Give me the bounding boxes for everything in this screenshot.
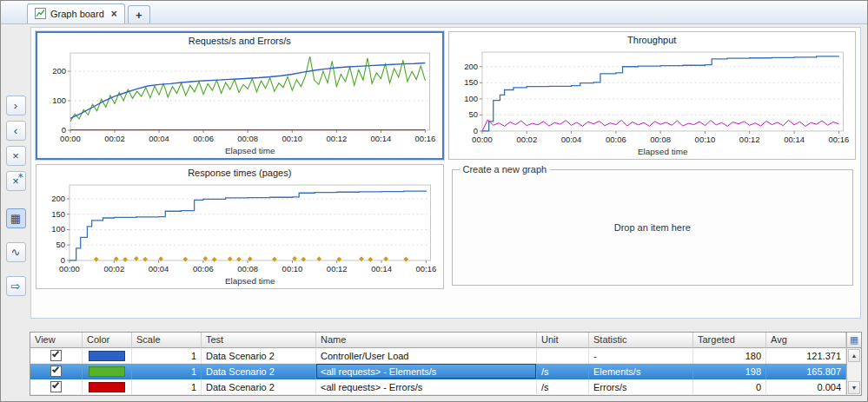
svg-text:00:12: 00:12 <box>739 135 759 144</box>
curve-color-swatch <box>89 366 125 377</box>
chart-title: Requests/s and Errors/s <box>39 35 441 48</box>
name-cell: <all requests> - Errors/s <box>316 379 537 395</box>
unit-cell <box>537 348 589 364</box>
color-swatch-cell <box>83 348 132 364</box>
chart-title: Response times (pages) <box>38 167 441 180</box>
column-header-color[interactable]: Color <box>83 333 132 348</box>
svg-text:200: 200 <box>464 62 478 71</box>
svg-text:00:06: 00:06 <box>606 135 626 144</box>
color-swatch-cell <box>83 379 132 395</box>
svg-text:00:14: 00:14 <box>784 135 805 144</box>
svg-text:00:02: 00:02 <box>516 135 537 144</box>
column-header-targeted[interactable]: Targeted <box>693 333 766 348</box>
tile-graphs-layout-button[interactable]: ▦ <box>6 208 26 228</box>
tab-bar: Graph board × + <box>1 1 867 24</box>
chart-panel-response-times[interactable]: Response times (pages) 05010015020000:00… <box>36 164 444 289</box>
scrollbar-track <box>847 363 861 380</box>
column-header-name[interactable]: Name <box>316 333 537 348</box>
tile-graphs-layout-icon: ▦ <box>10 213 21 224</box>
scale-cell: 1 <box>132 364 202 379</box>
table-row-2[interactable]: 1 Data Scenario 2 <all requests> - Eleme… <box>30 364 846 379</box>
svg-text:00:02: 00:02 <box>104 134 125 143</box>
new-tab-button[interactable]: + <box>128 5 150 23</box>
view-checkbox[interactable] <box>30 364 83 379</box>
scale-cell: 1 <box>132 348 202 364</box>
add-curve-icon: ∿ <box>11 247 21 258</box>
curve-color-swatch <box>89 351 125 361</box>
column-chooser-icon[interactable]: ▦ <box>847 333 861 348</box>
table-row-1[interactable]: 1 Data Scenario 2 Controller/User Load -… <box>30 348 846 364</box>
svg-text:00:02: 00:02 <box>103 264 124 273</box>
svg-text:150: 150 <box>51 209 65 219</box>
add-curve-button[interactable]: ∿ <box>6 242 26 262</box>
legend-table: ViewColorScaleTestNameUnitStatisticTarge… <box>30 332 862 396</box>
svg-text:00:04: 00:04 <box>149 264 169 273</box>
close-all-graphs-badge-icon: ∗ <box>17 171 24 180</box>
unit-cell: /s <box>537 379 589 395</box>
checkbox-icon <box>50 350 62 361</box>
checkbox-icon <box>50 366 62 377</box>
close-graph-button[interactable]: × <box>6 146 26 166</box>
svg-text:100: 100 <box>51 225 65 234</box>
svg-text:50: 50 <box>468 109 478 119</box>
graph-board-area: Requests/s and Errors/s 010020000:0000:0… <box>30 27 861 319</box>
column-header-avg[interactable]: Avg <box>766 333 846 348</box>
scroll-down-button[interactable]: ▼ <box>848 381 860 394</box>
chart-panel-throughput[interactable]: Throughput 05010015020000:0000:0200:0400… <box>448 31 857 160</box>
close-all-graphs-button[interactable]: ×∗ <box>6 171 26 191</box>
dropzone-title: Create a new graph <box>460 164 551 175</box>
statistic-cell: Elements/s <box>589 364 693 379</box>
svg-text:00:10: 00:10 <box>282 134 302 143</box>
column-header-statistic[interactable]: Statistic <box>589 333 693 348</box>
test-cell: Data Scenario 2 <box>202 364 316 379</box>
show-next-graph-button[interactable]: › <box>6 96 26 115</box>
chart-canvas-throughput: 05010015020000:0000:0200:0400:0600:0800:… <box>451 47 854 157</box>
table-row-3[interactable]: 1 Data Scenario 2 <all requests> - Error… <box>30 379 846 395</box>
left-toolbar: ›‹××∗▦∿⇨ <box>1 24 30 330</box>
legend-table-header: ViewColorScaleTestNameUnitStatisticTarge… <box>30 333 846 348</box>
svg-text:00:08: 00:08 <box>237 134 258 143</box>
column-header-unit[interactable]: Unit <box>537 333 589 348</box>
main-area: ›‹××∗▦∿⇨ Requests/s and Errors/s 0100200… <box>1 24 867 330</box>
view-checkbox[interactable] <box>30 348 83 364</box>
chart-canvas-response-times: 05010015020000:0000:0200:0400:0600:0800:… <box>38 180 441 287</box>
tab-graph-board[interactable]: Graph board × <box>27 3 125 23</box>
svg-text:200: 200 <box>52 66 66 76</box>
statistic-cell: - <box>589 348 693 364</box>
svg-text:00:16: 00:16 <box>415 134 436 143</box>
show-previous-graph-button[interactable]: ‹ <box>6 121 26 141</box>
svg-text:00:08: 00:08 <box>237 264 258 273</box>
svg-text:00:06: 00:06 <box>193 264 214 273</box>
view-checkbox[interactable] <box>30 379 83 395</box>
svg-text:Elapsed time: Elapsed time <box>637 147 687 156</box>
scroll-up-button[interactable]: ▲ <box>848 349 860 362</box>
svg-text:00:00: 00:00 <box>59 264 80 273</box>
chart-panel-requests-errors[interactable]: Requests/s and Errors/s 010020000:0000:0… <box>36 31 444 160</box>
targeted-cell: 180 <box>693 348 766 364</box>
scale-cell: 1 <box>132 379 202 395</box>
legend-table-grid: ViewColorScaleTestNameUnitStatisticTarge… <box>30 333 846 395</box>
column-header-scale[interactable]: Scale <box>132 333 202 348</box>
export-graph-icon: ⇨ <box>11 280 21 292</box>
create-new-graph-dropzone[interactable]: Create a new graph Drop an item here <box>452 169 854 286</box>
show-previous-graph-icon: ‹ <box>14 125 17 136</box>
checkbox-icon <box>50 381 62 392</box>
plus-icon: + <box>136 9 142 22</box>
column-header-test[interactable]: Test <box>202 333 316 348</box>
avg-cell: 121.371 <box>766 348 846 364</box>
column-header-view[interactable]: View <box>30 333 83 348</box>
svg-text:00:14: 00:14 <box>371 264 392 273</box>
tab-close-icon[interactable]: × <box>111 8 117 20</box>
svg-text:00:06: 00:06 <box>193 134 214 143</box>
svg-text:00:12: 00:12 <box>326 134 347 143</box>
svg-text:00:16: 00:16 <box>416 264 437 273</box>
tab-label: Graph board <box>50 9 104 19</box>
graph-board-window: Graph board × + ›‹××∗▦∿⇨ Requests/s and … <box>0 0 868 402</box>
svg-text:00:12: 00:12 <box>327 264 348 273</box>
export-graph-button[interactable]: ⇨ <box>6 276 26 296</box>
name-cell: Controller/User Load <box>316 348 537 364</box>
svg-text:100: 100 <box>52 96 66 105</box>
close-graph-icon: × <box>12 150 19 161</box>
svg-text:50: 50 <box>56 240 65 249</box>
targeted-cell: 198 <box>693 364 766 379</box>
